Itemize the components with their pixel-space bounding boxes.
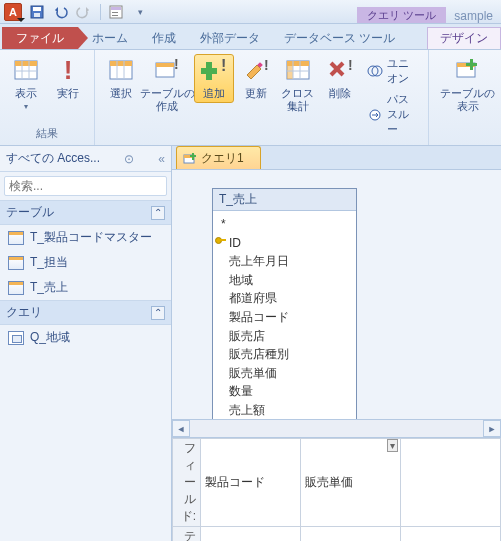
tab-database-tools[interactable]: データベース ツール	[272, 27, 407, 49]
search-input[interactable]	[4, 176, 167, 196]
table-icon	[8, 231, 24, 245]
scroll-left-icon[interactable]: ◄	[172, 420, 190, 437]
svg-rect-4	[111, 7, 121, 10]
run-icon: !	[54, 57, 82, 85]
grid-cell[interactable]: T_売上	[301, 527, 401, 542]
quick-access-toolbar: ▾	[26, 2, 151, 22]
nav-collapse-icon[interactable]: «	[158, 152, 165, 166]
field-item[interactable]: 販売店種別	[229, 345, 348, 364]
navigation-pane: すべての Acces... ⊙ « テーブル⌃ T_製品コードマスター T_担当…	[0, 146, 172, 541]
nav-table-item[interactable]: T_製品コードマスター	[0, 225, 171, 250]
svg-rect-8	[15, 61, 37, 66]
field-star[interactable]: *	[221, 215, 348, 234]
document-tabs: クエリ1	[172, 146, 501, 170]
nav-category-queries[interactable]: クエリ⌃	[0, 300, 171, 325]
svg-rect-1	[33, 7, 41, 11]
svg-rect-40	[466, 63, 477, 66]
tab-file[interactable]: ファイル	[2, 27, 78, 49]
grid-cell[interactable]: 製品コード	[201, 439, 301, 527]
collapse-icon[interactable]: ⌃	[151, 206, 165, 220]
delete-icon: !	[326, 57, 354, 85]
union-button[interactable]: ユニオン	[362, 54, 422, 88]
crosstab-icon	[284, 57, 312, 85]
ribbon: 表示 ▾ ! 実行 結果 選択 ! テーブルの 作成 ! 追	[0, 50, 501, 146]
svg-text:!: !	[64, 57, 73, 85]
collapse-icon[interactable]: ⌃	[151, 306, 165, 320]
passthrough-button[interactable]: パススルー	[362, 90, 422, 139]
field-item[interactable]: 地域	[229, 271, 348, 290]
app-icon[interactable]: A	[4, 3, 22, 21]
nav-search	[4, 176, 167, 196]
nav-table-item[interactable]: T_売上	[0, 275, 171, 300]
view-button[interactable]: 表示 ▾	[6, 54, 46, 114]
grid-cell[interactable]: T_売上	[201, 527, 301, 542]
svg-text:!: !	[348, 59, 353, 73]
main-area: すべての Acces... ⊙ « テーブル⌃ T_製品コードマスター T_担当…	[0, 146, 501, 541]
design-surface[interactable]: T_売上 * ID 売上年月日 地域 都道府県 製品コード 販売店 販売店種別 …	[172, 170, 501, 419]
document-title: sample	[446, 9, 501, 23]
svg-rect-21	[201, 68, 217, 74]
ribbon-group-results: 表示 ▾ ! 実行 結果	[0, 50, 95, 145]
field-item[interactable]: 売上額	[229, 401, 348, 419]
grid-row-field: フィールド: 製品コード 販売単価	[173, 439, 501, 527]
show-table-button[interactable]: テーブルの 表示	[435, 54, 500, 115]
svg-text:!: !	[221, 59, 226, 74]
svg-rect-6	[112, 15, 118, 16]
field-item[interactable]: 売上年月日	[229, 252, 348, 271]
delete-query-button[interactable]: ! 削除	[320, 54, 360, 103]
run-button[interactable]: ! 実行	[48, 54, 88, 114]
nav-header[interactable]: すべての Acces... ⊙ «	[0, 146, 171, 172]
make-table-icon: !	[153, 57, 181, 85]
field-item[interactable]: 都道府県	[229, 289, 348, 308]
svg-rect-18	[156, 63, 174, 67]
grid-cell[interactable]	[401, 439, 501, 527]
grid-cell[interactable]	[401, 527, 501, 542]
scroll-right-icon[interactable]: ►	[483, 420, 501, 437]
make-table-button[interactable]: ! テーブルの 作成	[143, 54, 192, 115]
title-bar: A ▾ クエリ ツール sample	[0, 0, 501, 24]
svg-rect-27	[287, 61, 293, 79]
field-item[interactable]: ID	[229, 234, 348, 253]
design-grid: フィールド: 製品コード 販売単価 テーブル: T_売上 T_売上 並べ替え: …	[172, 437, 501, 541]
nav-table-item[interactable]: T_担当	[0, 250, 171, 275]
ribbon-tab-row: ファイル ホーム 作成 外部データ データベース ツール デザイン	[0, 24, 501, 50]
field-item[interactable]: 数量	[229, 382, 348, 401]
svg-rect-2	[34, 13, 40, 17]
append-query-button[interactable]: ! 追加	[194, 54, 234, 103]
grid-cell[interactable]: 販売単価	[301, 439, 401, 527]
ribbon-group-show-table: テーブルの 表示	[429, 50, 501, 145]
svg-rect-5	[112, 12, 118, 13]
nav-category-tables[interactable]: テーブル⌃	[0, 200, 171, 225]
save-icon[interactable]	[26, 2, 48, 22]
query-icon	[8, 331, 24, 345]
query-design-canvas: クエリ1 T_売上 * ID 売上年月日 地域 都道府県 製品コード 販売店 販…	[172, 146, 501, 541]
redo-icon[interactable]	[74, 2, 96, 22]
append-query-tab-icon	[183, 152, 197, 166]
nav-filter-icon[interactable]: ⊙	[124, 152, 134, 166]
undo-icon[interactable]	[50, 2, 72, 22]
table-icon	[8, 256, 24, 270]
tab-design[interactable]: デザイン	[427, 27, 501, 49]
field-item[interactable]: 製品コード	[229, 308, 348, 327]
document-tab[interactable]: クエリ1	[176, 146, 261, 169]
svg-text:!: !	[174, 59, 179, 72]
horizontal-scrollbar[interactable]: ◄ ►	[172, 419, 501, 437]
crosstab-button[interactable]: クロス 集計	[278, 54, 318, 115]
field-item[interactable]: 販売店	[229, 327, 348, 346]
field-list[interactable]: T_売上 * ID 売上年月日 地域 都道府県 製品コード 販売店 販売店種別 …	[212, 188, 357, 419]
union-icon	[367, 63, 383, 79]
tab-external-data[interactable]: 外部データ	[188, 27, 272, 49]
tab-create[interactable]: 作成	[140, 27, 188, 49]
qat-customize-icon[interactable]: ▾	[129, 2, 151, 22]
update-query-button[interactable]: ! 更新	[236, 54, 276, 103]
nav-query-item[interactable]: Q_地域	[0, 325, 171, 350]
form-icon[interactable]	[105, 2, 127, 22]
select-query-button[interactable]: 選択	[101, 54, 141, 103]
grid-label-field: フィールド:	[173, 439, 201, 527]
grid-label-table: テーブル:	[173, 527, 201, 542]
field-item[interactable]: 販売単価	[229, 364, 348, 383]
tab-home[interactable]: ホーム	[80, 27, 140, 49]
svg-rect-14	[110, 61, 132, 66]
show-table-icon	[454, 57, 482, 85]
append-icon: !	[200, 57, 228, 85]
